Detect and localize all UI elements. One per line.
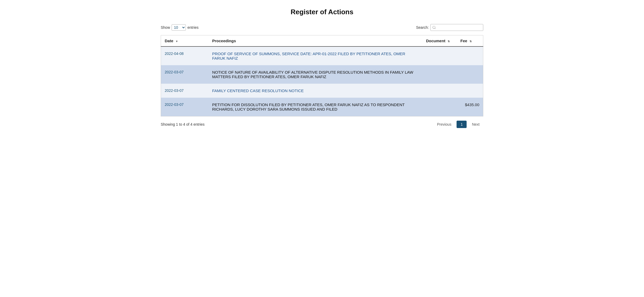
table-row: 2022-04-08PROOF OF SERVICE OF SUMMONS, S… <box>161 46 483 65</box>
proceedings-cell: NOTICE OF NATURE OF AVAILABILITY OF ALTE… <box>209 65 422 84</box>
date-cell: 2022-03-07 <box>161 84 209 98</box>
search-box: Search: <box>416 24 483 31</box>
document-cell <box>422 84 457 98</box>
fee-cell <box>457 46 483 65</box>
date-cell: 2022-04-08 <box>161 46 209 65</box>
date-column-header[interactable]: Date ▼ <box>161 35 209 47</box>
fee-cell: $435.00 <box>457 98 483 116</box>
proceedings-cell[interactable]: FAMILY CENTERED CASE RESOLUTION NOTICE <box>209 84 422 98</box>
register-table: Date ▼ Proceedings Document ⇅ Fee ⇅ 2022… <box>161 35 483 116</box>
document-cell <box>422 98 457 116</box>
entries-select[interactable]: 10 25 50 100 <box>172 24 186 31</box>
date-cell: 2022-03-07 <box>161 65 209 84</box>
document-column-header[interactable]: Document ⇅ <box>422 35 457 47</box>
controls-row: Show 10 25 50 100 entries Search: <box>161 24 483 31</box>
search-label: Search: <box>416 25 429 30</box>
document-sort-icon: ⇅ <box>448 40 450 43</box>
showing-text: Showing 1 to 4 of 4 entries <box>161 122 205 126</box>
table-row: 2022-03-07NOTICE OF NATURE OF AVAILABILI… <box>161 65 483 84</box>
page-1-button[interactable]: 1 <box>457 121 467 128</box>
previous-button[interactable]: Previous <box>433 121 455 128</box>
date-cell: 2022-03-07 <box>161 98 209 116</box>
table-footer: Showing 1 to 4 of 4 entries Previous 1 N… <box>161 121 483 128</box>
show-entries: Show 10 25 50 100 entries <box>161 24 199 31</box>
fee-sort-icon: ⇅ <box>470 40 472 43</box>
fee-cell <box>457 65 483 84</box>
show-label: Show <box>161 25 170 30</box>
page-container: Register of Actions Show 10 25 50 100 en… <box>150 0 494 139</box>
date-sort-icon: ▼ <box>176 40 178 43</box>
document-cell <box>422 46 457 65</box>
table-row: 2022-03-07PETITION FOR DISSOLUTION FILED… <box>161 98 483 116</box>
proceedings-cell: PETITION FOR DISSOLUTION FILED BY PETITI… <box>209 98 422 116</box>
fee-cell <box>457 84 483 98</box>
search-input[interactable] <box>430 24 483 31</box>
page-title: Register of Actions <box>161 8 483 16</box>
table-header-row: Date ▼ Proceedings Document ⇅ Fee ⇅ <box>161 35 483 47</box>
document-cell <box>422 65 457 84</box>
proceedings-cell[interactable]: PROOF OF SERVICE OF SUMMONS, SERVICE DAT… <box>209 46 422 65</box>
fee-column-header[interactable]: Fee ⇅ <box>457 35 483 47</box>
table-row: 2022-03-07FAMILY CENTERED CASE RESOLUTIO… <box>161 84 483 98</box>
next-button[interactable]: Next <box>468 121 483 128</box>
pagination: Previous 1 Next <box>433 121 483 128</box>
proceedings-column-header: Proceedings <box>209 35 422 47</box>
entries-label: entries <box>187 25 199 30</box>
